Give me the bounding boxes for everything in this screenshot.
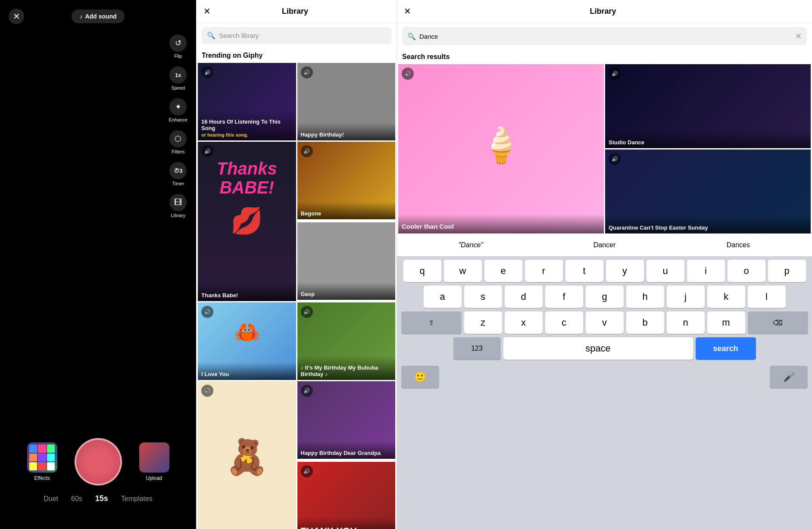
key-z[interactable]: z [464, 311, 502, 334]
flip-icon: ↺ [169, 34, 187, 52]
key-o[interactable]: o [728, 260, 765, 282]
speed-label: Speed [171, 85, 185, 90]
suggestions-row: "Dance" Dancer Dances [397, 234, 812, 256]
suggestion-3[interactable]: Dances [671, 240, 805, 251]
right-gif-label-1: Cooler than Cool [402, 223, 454, 230]
gif-item-9[interactable]: 🔊 Happy Birthday Dear Grandpa [297, 381, 396, 459]
clear-search-button[interactable]: ✕ [795, 31, 802, 41]
music-icon: ♪ [79, 13, 82, 20]
key-shift[interactable]: ⇧ [401, 311, 462, 334]
effects-button[interactable]: Effects [27, 442, 57, 481]
right-search-bar[interactable]: 🔍 ✕ [402, 27, 807, 45]
key-r[interactable]: r [525, 260, 563, 282]
keyboard-row-3: ⇧ z x c v b n m ⌫ [399, 311, 810, 334]
suggestion-1[interactable]: "Dance" [404, 240, 537, 251]
key-w[interactable]: w [444, 260, 482, 282]
tab-templates[interactable]: Templates [121, 495, 153, 503]
gif-item-6[interactable]: 🔊 🦀 I Love You [198, 302, 296, 380]
upload-button[interactable]: Upload [139, 442, 169, 481]
add-sound-button[interactable]: ♪ Add sound [72, 9, 124, 23]
key-x[interactable]: x [505, 311, 543, 334]
library-tool[interactable]: 🎞 Library [169, 194, 187, 218]
keyboard-row-2: a s d f g h j k l [399, 286, 810, 308]
key-a[interactable]: a [424, 286, 462, 308]
gif-item-10[interactable]: 🔊 THANK YOU [297, 462, 396, 529]
key-n[interactable]: n [667, 311, 705, 334]
key-delete[interactable]: ⌫ [748, 311, 808, 334]
key-v[interactable]: v [586, 311, 624, 334]
key-d[interactable]: d [505, 286, 543, 308]
right-search-input[interactable] [419, 33, 792, 40]
gif-item-8[interactable]: 🔊 🧸 Teddy Day [198, 381, 296, 529]
sound-icon-6: 🔊 [201, 306, 213, 318]
key-h[interactable]: h [626, 286, 664, 308]
mid-library-header: ✕ Library [197, 0, 397, 23]
key-numbers[interactable]: 123 [453, 337, 501, 360]
capture-button[interactable] [75, 438, 122, 485]
sound-icon-10: 🔊 [301, 465, 313, 477]
key-c[interactable]: c [545, 311, 583, 334]
right-gif-item-1[interactable]: 🔊 🍦 Cooler than Cool [398, 64, 604, 233]
key-g[interactable]: g [586, 286, 624, 308]
camera-panel: ✕ ♪ Add sound ↺ Flip 1x Speed ✦ Enhance … [0, 0, 196, 529]
flip-label: Flip [174, 53, 182, 59]
gif-label-3: Thanks Babe! [198, 283, 296, 301]
timer-tool[interactable]: ⏱3 Timer [169, 162, 187, 186]
suggestion-2[interactable]: Dancer [537, 240, 671, 251]
mid-library-panel: ✕ Library 🔍 Search library Trending on G… [196, 0, 397, 529]
key-i[interactable]: i [687, 260, 725, 282]
upload-thumbnail [139, 442, 169, 473]
tab-15s[interactable]: 15s [95, 494, 108, 503]
key-f[interactable]: f [545, 286, 583, 308]
gif-item-3[interactable]: 🔊 ThanksBABE! 💋 Thanks Babe! [198, 142, 296, 301]
speed-tool[interactable]: 1x Speed [169, 66, 187, 90]
key-emoji[interactable]: 🙂 [401, 366, 439, 388]
gif-label-1: 16 Hours Of Listening To This Songor hea… [198, 110, 296, 140]
gif-label-2: Happy Birthday! [297, 123, 396, 140]
gif-label-5: Gasp [297, 282, 396, 300]
right-search-icon: 🔍 [407, 32, 416, 40]
timer-label: Timer [172, 181, 184, 186]
key-e[interactable]: e [484, 260, 522, 282]
tab-60s[interactable]: 60s [71, 495, 82, 503]
flip-tool[interactable]: ↺ Flip [169, 34, 187, 59]
key-k[interactable]: k [707, 286, 745, 308]
gif-item-4[interactable]: 🔊 Begone [297, 142, 396, 219]
key-j[interactable]: j [667, 286, 705, 308]
right-library-close[interactable]: ✕ [404, 6, 411, 16]
effects-label: Effects [34, 475, 50, 481]
gif-item-7[interactable]: 🔊 ♪ It's My Birthday My Bububa Birthday … [297, 302, 396, 380]
key-u[interactable]: u [646, 260, 684, 282]
enhance-tool[interactable]: ✦ Enhance [169, 98, 187, 122]
key-t[interactable]: t [565, 260, 603, 282]
filters-tool[interactable]: ⬡ Filters [169, 130, 187, 154]
key-q[interactable]: q [403, 260, 441, 282]
key-search[interactable]: search [696, 337, 756, 360]
right-sound-icon-1: 🔊 [402, 68, 414, 80]
tab-duet[interactable]: Duet [44, 495, 58, 503]
mid-library-title: Library [211, 7, 379, 16]
enhance-icon: ✦ [169, 98, 187, 115]
gif-item-5[interactable]: Gasp [297, 222, 396, 300]
key-s[interactable]: s [464, 286, 502, 308]
mid-search-bar[interactable]: 🔍 Search library [202, 27, 391, 44]
right-gif-item-2[interactable]: 🔊 Studio Dance [605, 64, 811, 148]
key-space[interactable]: space [503, 337, 693, 360]
key-m[interactable]: m [707, 311, 745, 334]
gif-label-4: Begone [297, 202, 396, 219]
filters-label: Filters [172, 149, 184, 154]
gif-label-7: ♪ It's My Birthday My Bububa Birthday ♪ [297, 356, 396, 380]
key-l[interactable]: l [748, 286, 786, 308]
sound-icon-7: 🔊 [301, 306, 313, 318]
mid-section-title: Trending on Giphy [197, 48, 397, 63]
gif-item-2[interactable]: 🔊 Happy Birthday! [297, 63, 396, 140]
key-b[interactable]: b [626, 311, 664, 334]
mid-library-close[interactable]: ✕ [203, 6, 211, 16]
key-microphone[interactable]: 🎤 [770, 366, 808, 388]
gif-item-1[interactable]: 🔊 16 Hours Of Listening To This Songor h… [198, 63, 296, 140]
key-p[interactable]: p [768, 260, 806, 282]
key-y[interactable]: y [606, 260, 644, 282]
right-gif-item-3[interactable]: 🔊 Quarantine Can't Stop Easter Sunday [605, 149, 811, 233]
close-button[interactable]: ✕ [9, 9, 24, 24]
sound-icon-9: 🔊 [301, 385, 313, 397]
